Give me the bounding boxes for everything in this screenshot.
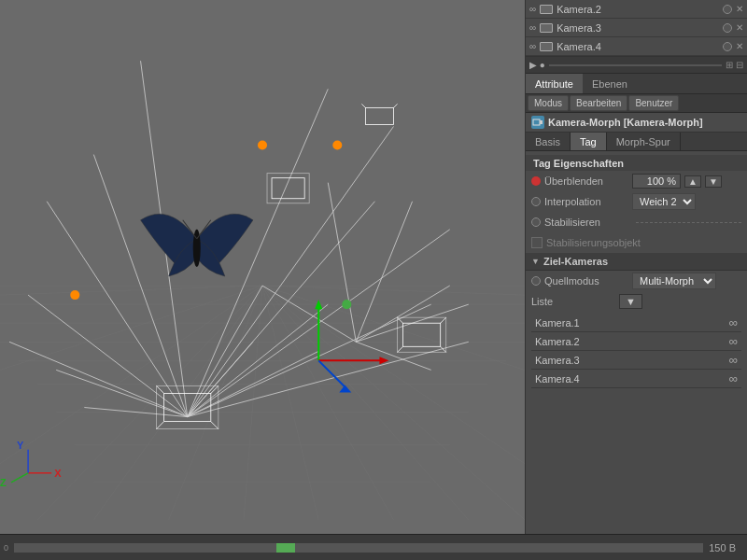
infinity-icon-1[interactable]: ∞ [729,315,738,329]
viewport-svg: X Y Z [0,0,525,534]
svg-point-73 [332,141,342,150]
svg-line-15 [0,286,262,464]
infinity-icon-2[interactable]: ∞ [729,334,738,348]
svg-line-36 [28,295,188,416]
liste-dropdown-button[interactable]: ▼ [619,294,642,309]
svg-line-17 [0,286,262,370]
cam-prop-item-3: Kamera.3 ∞ [531,351,741,370]
cam-prop-name-4: Kamera.4 [535,373,726,385]
svg-line-21 [0,286,262,295]
infinity-icon-4[interactable]: ∞ [729,371,738,385]
properties-area: Tag Eigenschaften Überblenden ▲ ▼ Interp… [526,151,747,534]
svg-line-37 [9,342,188,416]
svg-line-32 [188,342,469,416]
list-item: ∞ Kamera.4 ✕ [526,37,747,56]
dot-stabilisieren [531,217,541,227]
svg-point-74 [70,290,79,300]
toolbar-row: ▶ ● ⊞ ⊟ [526,57,747,74]
svg-text:Z: Z [0,477,7,488]
tab-basis[interactable]: Basis [526,133,571,150]
visibility-dot[interactable] [723,5,732,14]
interpolation-select[interactable]: Weich 2 Linear Weich [632,193,696,210]
timeline: 0 1500 50 100 150 200 150 B [0,542,747,553]
camera-icon [540,42,553,51]
quellmodus-select[interactable]: Multi-Morph Kamera [632,273,716,289]
svg-line-59 [398,346,403,352]
bearbeiten-button[interactable]: Bearbeiten [570,95,627,111]
toolbar-icons: ⊞ ⊟ [726,60,743,70]
liste-row: Liste ▼ [526,291,747,312]
stabilisierungsobjekt-row: Stabilisierungsobjekt [526,232,747,253]
svg-text:Y: Y [17,440,24,451]
stabilisieren-label: Stabilisieren [544,217,628,228]
close-icon[interactable]: ✕ [736,41,743,51]
svg-line-54 [211,422,218,429]
mode-bar: Modus Bearbeiten Benutzer [526,94,747,113]
svg-rect-63 [365,107,393,124]
svg-line-23 [188,286,262,417]
tab-tag[interactable]: Tag [571,133,607,150]
visibility-dot[interactable] [723,42,732,51]
camera-icon [540,5,553,14]
svg-line-64 [361,104,365,107]
bottom-bar: 0 1500 50 100 150 200 150 B [0,534,747,560]
svg-line-40 [262,286,356,342]
stabilisieren-row: Stabilisieren [526,212,747,232]
tab-ebenen[interactable]: Ebenen [583,74,637,93]
dot-quellmodus [531,276,541,286]
section-tag-title: Tag Eigenschaften [526,155,747,171]
ueberblenden-label: Überblenden [544,175,628,187]
cam-prop-name-1: Kamera.1 [535,317,726,329]
cam-prop-name-2: Kamera.2 [535,336,726,347]
timeline-cursor: 1500 [276,543,295,553]
svg-line-14 [262,286,469,520]
ueberblenden-input[interactable] [632,174,681,189]
spin-down[interactable]: ▼ [705,175,722,188]
ziel-kameras-title: Ziel-Kameras [543,256,608,267]
camera-prop-list: Kamera.1 ∞ Kamera.2 ∞ Kamera.3 ∞ Kamera.… [526,312,747,390]
checkbox-stabilisierung [531,237,543,248]
interpolation-label: Interpolation [544,196,628,207]
timeline-track[interactable]: 1500 50 100 150 200 [14,543,703,553]
list-item: ∞ Kamera.2 ✕ [526,0,747,19]
ziel-kameras-header[interactable]: ▼ Ziel-Kameras [526,253,747,271]
right-panel: ∞ Kamera.2 ✕ ∞ Kamera.3 ✕ ∞ Kamera.4 [525,0,747,534]
svg-line-45 [356,342,430,370]
camera-icon [540,23,553,33]
object-header: Kamera-Morph [Kamera-Morph] [526,113,747,133]
svg-line-20 [262,286,525,520]
interpolation-row: Interpolation Weich 2 Linear Weich [526,191,747,212]
panel-tabs: Attribute Ebenen [526,74,747,94]
svg-line-13 [262,286,394,520]
viewport[interactable]: X Y Z [0,0,525,534]
dashed-separator [636,222,741,223]
cam-prop-item-2: Kamera.2 ∞ [531,332,741,351]
svg-line-22 [262,286,525,295]
svg-rect-56 [398,317,446,352]
close-icon[interactable]: ✕ [736,4,743,14]
object-name: Kamera-Morph [Kamera-Morph] [548,117,703,128]
app-container: X Y Z ∞ Kamera.2 ✕ ∞ [0,0,747,560]
list-item: ∞ Kamera.3 ✕ [526,19,747,37]
tick-0: 0 [4,543,8,553]
benutzer-button[interactable]: Benutzer [628,95,679,111]
infinity-icon-3[interactable]: ∞ [729,353,738,367]
link-icon: ∞ [529,41,536,51]
svg-rect-82 [533,119,540,125]
svg-line-80 [11,473,28,483]
visibility-dot[interactable] [723,23,732,33]
tab-attribute[interactable]: Attribute [526,74,583,93]
tab-morph-spur[interactable]: Morph-Spur [607,133,681,150]
link-icon: ∞ [529,22,536,33]
svg-point-75 [342,300,351,309]
modus-button[interactable]: Modus [528,95,569,111]
collapse-arrow-icon: ▼ [531,257,540,266]
svg-line-41 [328,183,356,343]
close-icon[interactable]: ✕ [736,22,743,33]
toolbar-icon: ▶ ● [529,60,545,70]
red-dot-ueberblenden[interactable] [531,176,541,186]
top-area: X Y Z ∞ Kamera.2 ✕ ∞ [0,0,747,534]
camera-name: Kamera.2 [557,4,719,15]
spin-up[interactable]: ▲ [684,175,701,188]
ueberblenden-row: Überblenden ▲ ▼ [526,171,747,191]
